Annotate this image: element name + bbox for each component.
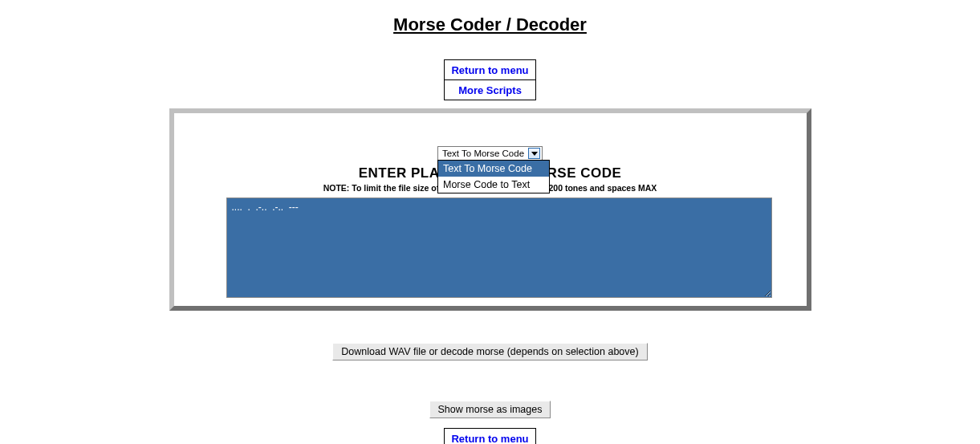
mode-select-value: Text To Morse Code [440,149,527,158]
download-wav-button[interactable]: Download WAV file or decode morse (depen… [332,343,647,360]
return-to-menu-link[interactable]: Return to menu [451,64,528,76]
top-nav-table: Return to menu More Scripts [444,59,535,100]
mode-dropdown[interactable]: Text To Morse Code Text To Morse Code Mo… [437,145,543,161]
mode-dropdown-list: Text To Morse Code Morse Code to Text [437,160,550,193]
more-scripts-link[interactable]: More Scripts [458,84,522,96]
mode-select-box[interactable]: Text To Morse Code [437,146,543,161]
morse-textarea[interactable] [226,198,772,298]
main-panel: Text To Morse Code Text To Morse Code Mo… [169,108,811,311]
mode-option-morse-to-text[interactable]: Morse Code to Text [438,177,549,193]
show-morse-images-button[interactable]: Show morse as images [429,401,551,418]
return-to-menu-link-bottom[interactable]: Return to menu [451,433,528,444]
bottom-nav-table: Return to menu More Scripts [444,428,535,444]
page-title: Morse Coder / Decoder [0,14,980,35]
mode-option-text-to-morse[interactable]: Text To Morse Code [438,161,549,177]
chevron-down-icon[interactable] [528,148,540,159]
